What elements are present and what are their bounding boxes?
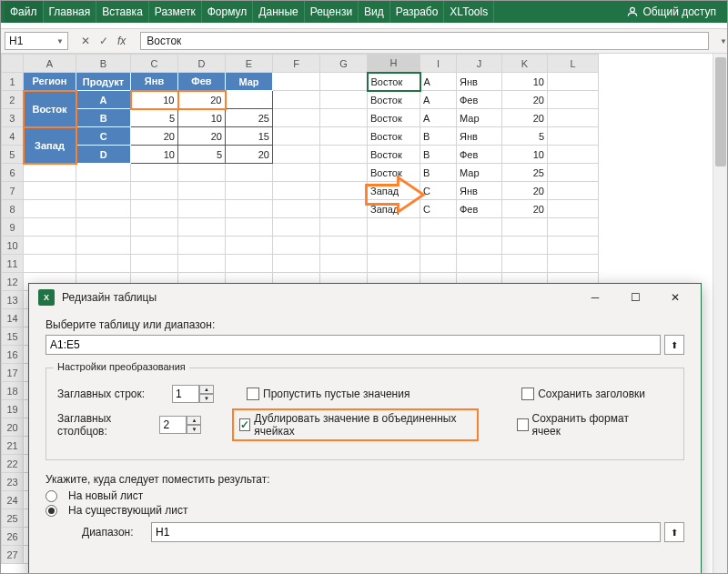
cell[interactable] <box>320 237 368 255</box>
cell[interactable] <box>226 182 273 200</box>
col-header[interactable]: H <box>368 55 420 73</box>
cell[interactable] <box>273 237 320 255</box>
cell[interactable] <box>273 218 320 237</box>
row-header[interactable]: 16 <box>2 346 24 364</box>
cell[interactable] <box>226 200 273 218</box>
cell[interactable] <box>320 182 368 200</box>
keep-format-checkbox[interactable]: Сохранить формат ячеек <box>517 412 645 438</box>
source-range-input[interactable] <box>46 335 661 355</box>
cell[interactable]: 20 <box>502 91 548 109</box>
cell[interactable]: Восток <box>368 109 420 127</box>
range-picker-icon[interactable]: ⬆ <box>664 335 684 355</box>
row-header[interactable]: 14 <box>2 309 24 327</box>
cell[interactable] <box>320 218 368 237</box>
cell[interactable] <box>320 109 368 127</box>
cell[interactable] <box>226 255 273 273</box>
name-box[interactable]: H1▼ <box>5 32 68 50</box>
row-header[interactable]: 1 <box>2 73 24 91</box>
cell[interactable] <box>24 182 76 200</box>
cell[interactable] <box>320 255 368 273</box>
cell[interactable] <box>457 237 502 255</box>
cell[interactable]: 20 <box>502 200 548 218</box>
col-header[interactable]: F <box>273 55 320 73</box>
cell[interactable]: 20 <box>502 182 548 200</box>
row-header[interactable]: 20 <box>2 418 24 437</box>
cell[interactable]: Мар <box>457 164 502 182</box>
cell[interactable]: Янв <box>457 73 502 91</box>
cell[interactable]: Восток <box>368 127 420 146</box>
formula-input[interactable]: Восток <box>140 32 709 50</box>
cell[interactable] <box>502 255 548 273</box>
cell[interactable] <box>420 237 457 255</box>
cell[interactable] <box>131 218 178 237</box>
cell[interactable] <box>273 200 320 218</box>
col-header[interactable]: C <box>131 55 178 73</box>
cell[interactable]: 20 <box>131 127 178 146</box>
cell[interactable]: Запад <box>368 182 420 200</box>
row-header[interactable]: 24 <box>2 491 24 509</box>
cell[interactable] <box>178 218 226 237</box>
cell[interactable] <box>548 73 599 91</box>
cell[interactable] <box>76 164 131 182</box>
cell[interactable] <box>548 237 599 255</box>
cell[interactable]: Фев <box>178 73 226 91</box>
cell[interactable] <box>502 218 548 237</box>
cell[interactable] <box>320 146 368 164</box>
cell[interactable]: B <box>420 164 457 182</box>
cell[interactable] <box>320 200 368 218</box>
cell[interactable]: 10 <box>178 109 226 127</box>
cell[interactable]: 10 <box>502 146 548 164</box>
row-header[interactable]: 8 <box>2 200 24 218</box>
cell[interactable]: 20 <box>178 91 226 109</box>
row-header[interactable]: 27 <box>2 546 24 564</box>
cell[interactable]: Восток <box>24 91 76 127</box>
row-header[interactable]: 25 <box>2 509 24 528</box>
row-header[interactable]: 26 <box>2 528 24 546</box>
cell[interactable] <box>320 164 368 182</box>
cell[interactable] <box>548 182 599 200</box>
cell[interactable] <box>273 182 320 200</box>
cell[interactable] <box>420 255 457 273</box>
row-header[interactable]: 19 <box>2 400 24 418</box>
radio-new-sheet[interactable] <box>46 490 57 502</box>
cell[interactable] <box>548 164 599 182</box>
cell[interactable] <box>24 164 76 182</box>
cell[interactable]: Запад <box>24 127 76 164</box>
skip-empty-checkbox[interactable]: Пропустить пустые значения <box>247 388 410 400</box>
cell[interactable] <box>76 237 131 255</box>
cell[interactable]: 25 <box>502 164 548 182</box>
cell[interactable] <box>226 91 273 109</box>
cell[interactable] <box>76 200 131 218</box>
row-header[interactable]: 7 <box>2 182 24 200</box>
cell[interactable]: C <box>420 182 457 200</box>
cell[interactable]: Регион <box>24 73 76 91</box>
output-range-input[interactable] <box>151 522 661 542</box>
row-header[interactable]: 15 <box>2 327 24 346</box>
cell[interactable] <box>548 91 599 109</box>
cell[interactable] <box>548 127 599 146</box>
cell[interactable]: A <box>76 91 131 109</box>
col-header[interactable]: A <box>24 55 76 73</box>
cell[interactable]: Фев <box>457 91 502 109</box>
cell[interactable]: 25 <box>226 109 273 127</box>
cell[interactable] <box>24 237 76 255</box>
fx-icon[interactable]: fx <box>117 35 126 47</box>
cell[interactable] <box>273 146 320 164</box>
cell[interactable]: Мар <box>457 109 502 127</box>
row-header[interactable]: 13 <box>2 291 24 309</box>
cell[interactable] <box>131 255 178 273</box>
row-header[interactable]: 18 <box>2 382 24 400</box>
worksheet[interactable]: ABCDEFGHIJKL1РегионПродуктЯнвФевМарВосто… <box>1 54 727 574</box>
share-button[interactable]: Общий доступ <box>619 5 723 18</box>
tab-view[interactable]: Вид <box>359 1 390 23</box>
row-header[interactable]: 9 <box>2 218 24 237</box>
header-rows-spinner[interactable]: ▲▼ <box>172 385 214 403</box>
col-header[interactable]: E <box>226 55 273 73</box>
maximize-button[interactable]: ☐ <box>619 285 652 310</box>
row-header[interactable]: 4 <box>2 127 24 146</box>
col-header[interactable]: J <box>457 55 502 73</box>
cell[interactable] <box>76 182 131 200</box>
cell[interactable] <box>420 218 457 237</box>
cell[interactable] <box>548 146 599 164</box>
cell[interactable]: Запад <box>368 200 420 218</box>
